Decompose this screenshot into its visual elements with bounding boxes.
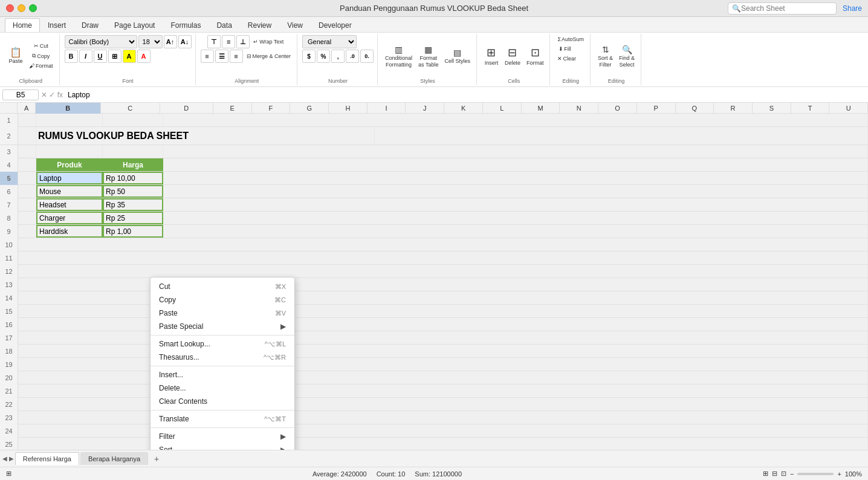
percent-button[interactable]: %: [317, 50, 330, 63]
search-box[interactable]: 🔍: [728, 2, 837, 15]
cell-headset[interactable]: Headset: [36, 198, 103, 211]
wrap-text-button[interactable]: ↵ Wrap Text: [251, 35, 286, 48]
cell[interactable]: [163, 145, 868, 158]
ctx-thesaurus[interactable]: Thesaurus... ^⌥⌘R: [151, 351, 294, 364]
add-sheet-button[interactable]: +: [149, 453, 164, 465]
cell-harddisk[interactable]: Harddisk: [36, 225, 103, 238]
cell[interactable]: [163, 172, 868, 184]
cell[interactable]: [18, 424, 868, 437]
cell-title[interactable]: RUMUS VLOOKUP BEDA SHEET: [36, 127, 375, 144]
ctx-cut[interactable]: Cut ⌘X: [151, 280, 294, 293]
cell-mouse[interactable]: Mouse: [36, 185, 103, 198]
cell-headset-price[interactable]: Rp 35: [103, 198, 163, 211]
cell[interactable]: [18, 331, 868, 344]
share-button[interactable]: Share: [843, 4, 862, 13]
formula-input[interactable]: [65, 90, 866, 100]
tab-view[interactable]: View: [279, 18, 311, 32]
align-bottom-button[interactable]: ⊥: [236, 35, 250, 48]
tab-insert[interactable]: Insert: [40, 18, 74, 32]
cell[interactable]: [18, 198, 36, 211]
cell[interactable]: [18, 305, 868, 317]
cell-harddisk-price[interactable]: Rp 1,00: [103, 225, 163, 238]
cell[interactable]: [18, 384, 868, 397]
increase-font-button[interactable]: A↑: [164, 35, 177, 48]
col-header-d[interactable]: D: [160, 103, 213, 114]
ctx-paste[interactable]: Paste ⌘V: [151, 306, 294, 320]
col-header-b[interactable]: B: [36, 103, 101, 114]
col-header-k[interactable]: K: [444, 103, 483, 114]
font-name-select[interactable]: Calibri (Body): [65, 35, 137, 48]
col-header-p[interactable]: P: [637, 103, 676, 114]
cell[interactable]: [163, 185, 868, 198]
cell[interactable]: [163, 158, 868, 171]
insert-cells-button[interactable]: ⊞ Insert: [482, 45, 501, 67]
view-normal-icon[interactable]: ⊞: [763, 470, 768, 478]
ctx-insert[interactable]: Insert...: [151, 368, 294, 381]
col-header-c[interactable]: C: [101, 103, 160, 114]
bold-button[interactable]: B: [65, 50, 78, 63]
cell[interactable]: [375, 127, 868, 144]
cut-button[interactable]: ✂ Cut: [27, 42, 56, 50]
format-as-table-button[interactable]: ▦ Format as Table: [416, 44, 441, 69]
view-page-icon[interactable]: ⊡: [781, 470, 786, 478]
col-header-n[interactable]: N: [560, 103, 598, 114]
cell[interactable]: [18, 145, 36, 158]
cell[interactable]: [163, 198, 868, 211]
tab-pagelayout[interactable]: Page Layout: [106, 18, 163, 32]
currency-button[interactable]: $: [302, 50, 316, 63]
cell-mouse-price[interactable]: Rp 50: [103, 185, 163, 198]
cell-laptop-price[interactable]: Rp 10,00: [103, 172, 163, 184]
cell-reference-input[interactable]: [2, 89, 39, 100]
col-header-f[interactable]: F: [252, 103, 291, 114]
paste-button[interactable]: 📋 Paste: [6, 47, 25, 65]
decrease-font-button[interactable]: A↓: [178, 35, 192, 48]
tab-developer[interactable]: Developer: [311, 18, 360, 32]
ctx-paste-special[interactable]: Paste Special ▶: [151, 320, 294, 333]
copy-button[interactable]: ⧉ Copy: [27, 51, 56, 60]
sort-filter-button[interactable]: ⇅ Sort & Filter: [595, 44, 615, 69]
col-header-t[interactable]: T: [791, 103, 830, 114]
cell-styles-button[interactable]: ▤ Cell Styles: [442, 47, 473, 65]
col-header-j[interactable]: J: [406, 103, 444, 114]
cell[interactable]: [18, 278, 868, 291]
cell[interactable]: [36, 145, 103, 158]
col-header-h[interactable]: H: [329, 103, 368, 114]
font-color-button[interactable]: A: [137, 50, 151, 63]
find-select-button[interactable]: 🔍 Find & Select: [617, 44, 637, 69]
cell[interactable]: [103, 145, 163, 158]
cell[interactable]: [103, 114, 163, 126]
ctx-translate[interactable]: Translate ^⌥⌘T: [151, 412, 294, 426]
cell[interactable]: [18, 398, 868, 410]
col-header-i[interactable]: I: [368, 103, 406, 114]
col-header-e[interactable]: E: [213, 103, 252, 114]
font-size-select[interactable]: 18: [138, 35, 163, 48]
comma-button[interactable]: ,: [331, 50, 345, 63]
tab-draw[interactable]: Draw: [74, 18, 106, 32]
number-format-select[interactable]: General: [302, 35, 357, 48]
cell[interactable]: [18, 114, 36, 126]
cell-header-harga[interactable]: Harga: [103, 158, 163, 171]
cell[interactable]: [18, 371, 868, 384]
format-painter-button[interactable]: 🖌 Format: [27, 62, 56, 70]
autosum-button[interactable]: Σ AutoSum: [555, 35, 586, 44]
delete-cells-button[interactable]: ⊟ Delete: [502, 45, 523, 67]
maximize-button[interactable]: [29, 4, 37, 12]
cell[interactable]: [18, 212, 36, 224]
decrease-decimal-button[interactable]: 0.: [360, 50, 374, 63]
clear-button[interactable]: ✕ Clear: [555, 54, 578, 63]
zoom-slider[interactable]: [797, 473, 834, 475]
italic-button[interactable]: I: [79, 50, 92, 63]
cell[interactable]: [18, 438, 868, 450]
cell-charger[interactable]: Charger: [36, 212, 103, 224]
sheet-nav-arrows[interactable]: ◀ ▶: [2, 455, 14, 462]
ctx-smart-lookup[interactable]: Smart Lookup... ^⌥⌘L: [151, 337, 294, 351]
col-header-q[interactable]: Q: [676, 103, 714, 114]
border-button[interactable]: ⊞: [108, 50, 121, 63]
ctx-copy[interactable]: Copy ⌘C: [151, 293, 294, 306]
sheet-tab-referensi[interactable]: Referensi Harga: [15, 452, 79, 465]
tab-home[interactable]: Home: [5, 18, 40, 32]
tab-formulas[interactable]: Formulas: [163, 18, 209, 32]
sheet-tab-berapa[interactable]: Berapa Harganya: [80, 452, 148, 465]
cell[interactable]: [18, 345, 868, 357]
search-input[interactable]: [741, 4, 826, 13]
